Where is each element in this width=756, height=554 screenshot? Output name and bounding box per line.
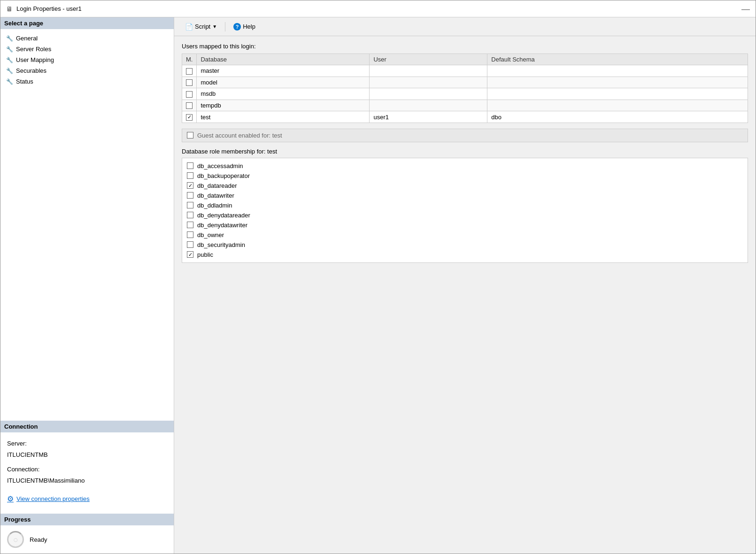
role-item: db_denydatawriter — [186, 220, 744, 230]
main-window: 🖥 Login Properties - user1 — Select a pa… — [0, 0, 756, 554]
role-label: db_datawriter — [197, 192, 234, 199]
table-cell-schema — [487, 88, 748, 100]
role-checkbox[interactable] — [187, 202, 193, 208]
panel-body: Users mapped to this login: M. Database … — [174, 36, 756, 554]
script-button[interactable]: 📄 Script ▼ — [181, 21, 221, 33]
role-checkbox[interactable] — [187, 241, 193, 248]
sidebar-item-securables[interactable]: 🔧 Securables — [0, 65, 174, 76]
role-checkbox[interactable] — [187, 172, 193, 179]
sidebar-item-user-mapping-label: User Mapping — [16, 56, 54, 63]
sidebar-nav: 🔧 General 🔧 Server Roles 🔧 User Mapping … — [0, 29, 174, 91]
sidebar-item-server-roles[interactable]: 🔧 Server Roles — [0, 44, 174, 54]
title-bar-left: 🖥 Login Properties - user1 — [6, 5, 82, 13]
role-checkbox[interactable] — [187, 212, 193, 218]
role-item: db_backupoperator — [186, 171, 744, 181]
role-label: db_datareader — [197, 182, 237, 189]
role-list: db_accessadmindb_backupoperator✓db_datar… — [182, 158, 748, 263]
role-item: db_datawriter — [186, 191, 744, 200]
col-header-database: Database — [197, 54, 370, 65]
map-checkbox[interactable] — [186, 68, 193, 75]
sidebar-item-status[interactable]: 🔧 Status — [0, 76, 174, 87]
connection-properties-icon: ⚙ — [7, 494, 14, 503]
table-cell-database: test — [197, 111, 370, 123]
server-label: Server: ITLUCIENTMB — [7, 438, 167, 460]
sidebar-item-server-roles-label: Server Roles — [16, 46, 51, 53]
role-checkbox[interactable] — [187, 231, 193, 238]
progress-content: ◌ Ready — [0, 525, 174, 554]
table-cell-user — [370, 100, 487, 111]
script-label: Script — [195, 23, 210, 30]
col-header-user: User — [370, 54, 487, 65]
mapping-table: M. Database User Default Schema mastermo… — [182, 54, 748, 123]
role-label: db_securityadmin — [197, 241, 245, 248]
role-label: db_denydatawriter — [197, 222, 247, 229]
table-row: model — [182, 77, 748, 88]
role-checkbox[interactable] — [187, 192, 193, 199]
table-cell-database: master — [197, 65, 370, 77]
role-item: db_ddladmin — [186, 200, 744, 210]
table-cell-user — [370, 65, 487, 77]
map-checkbox[interactable] — [186, 102, 193, 109]
sidebar-item-securables-label: Securables — [16, 67, 46, 74]
script-dropdown-arrow: ▼ — [212, 24, 217, 29]
progress-spinner: ◌ — [7, 531, 24, 548]
role-item: db_securityadmin — [186, 240, 744, 250]
role-label: db_backupoperator — [197, 172, 250, 179]
role-label: db_ddladmin — [197, 202, 232, 209]
user-mapping-icon: 🔧 — [6, 57, 13, 63]
table-row: tempdb — [182, 100, 748, 111]
table-cell-user — [370, 88, 487, 100]
connection-info: Server: ITLUCIENTMB Connection: ITLUCIEN… — [0, 432, 174, 492]
role-checkbox[interactable]: ✓ — [187, 251, 193, 258]
table-row: ✓testuser1dbo — [182, 111, 748, 123]
select-page-header: Select a page — [0, 17, 174, 29]
minimize-button[interactable]: — — [741, 5, 750, 13]
role-label: db_owner — [197, 231, 224, 239]
sidebar: Select a page 🔧 General 🔧 Server Roles 🔧… — [0, 17, 174, 554]
progress-status: Ready — [30, 536, 47, 543]
table-cell-schema: dbo — [487, 111, 748, 123]
view-connection-link[interactable]: ⚙ View connection properties — [0, 492, 174, 506]
general-icon: 🔧 — [6, 35, 13, 42]
view-connection-label[interactable]: View connection properties — [16, 495, 90, 502]
right-panel: 📄 Script ▼ ? Help Users mapped to this l… — [174, 17, 756, 554]
sidebar-item-general-label: General — [16, 35, 38, 42]
table-row: msdb — [182, 88, 748, 100]
connection-label: Connection: ITLUCIENTMB\Massimiliano — [7, 464, 167, 486]
main-content: Select a page 🔧 General 🔧 Server Roles 🔧… — [0, 17, 756, 554]
table-cell-schema — [487, 65, 748, 77]
help-button[interactable]: ? Help — [229, 21, 260, 33]
role-item: db_denydatareader — [186, 210, 744, 220]
role-item: ✓public — [186, 250, 744, 260]
map-checkbox[interactable]: ✓ — [186, 114, 193, 121]
table-cell-database: tempdb — [197, 100, 370, 111]
role-checkbox[interactable] — [187, 162, 193, 169]
guest-account-checkbox[interactable] — [187, 132, 193, 138]
sidebar-item-status-label: Status — [16, 78, 33, 85]
connection-section: Connection Server: ITLUCIENTMB Connectio… — [0, 421, 174, 506]
map-checkbox[interactable] — [186, 91, 193, 98]
role-item: ✓db_datareader — [186, 181, 744, 191]
connection-value: ITLUCIENTMB\Massimiliano — [7, 477, 85, 484]
table-cell-database: model — [197, 77, 370, 88]
table-cell-schema — [487, 100, 748, 111]
sidebar-item-user-mapping[interactable]: 🔧 User Mapping — [0, 54, 174, 65]
table-cell-database: msdb — [197, 88, 370, 100]
role-checkbox[interactable]: ✓ — [187, 182, 193, 189]
table-row: master — [182, 65, 748, 77]
status-icon: 🔧 — [6, 78, 13, 85]
server-roles-icon: 🔧 — [6, 46, 13, 53]
table-cell-user — [370, 77, 487, 88]
sidebar-item-general[interactable]: 🔧 General — [0, 33, 174, 44]
toolbar: 📄 Script ▼ ? Help — [174, 17, 756, 36]
table-cell-schema — [487, 77, 748, 88]
users-mapped-label: Users mapped to this login: — [182, 43, 748, 50]
col-header-map: M. — [182, 54, 197, 65]
map-checkbox[interactable] — [186, 79, 193, 86]
role-checkbox[interactable] — [187, 222, 193, 228]
col-header-schema: Default Schema — [487, 54, 748, 65]
role-item: db_owner — [186, 230, 744, 240]
role-label: db_denydatareader — [197, 212, 250, 219]
securables-icon: 🔧 — [6, 68, 13, 74]
role-label: public — [197, 251, 213, 258]
